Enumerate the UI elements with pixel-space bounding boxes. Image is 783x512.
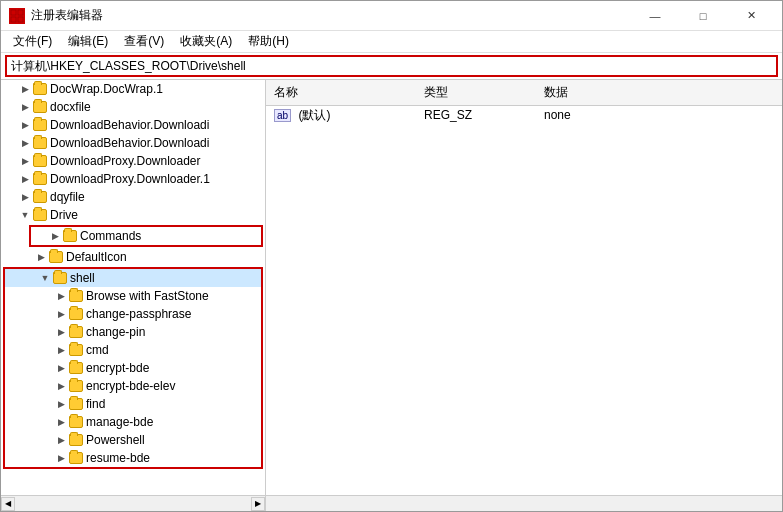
expand-icon-docxfile[interactable]: ▶ <box>17 99 33 115</box>
folder-icon-defaulticon <box>49 251 63 263</box>
tree-item-change-pin[interactable]: ▶ change-pin <box>5 323 261 341</box>
ab-icon: ab <box>274 109 291 122</box>
close-button[interactable]: ✕ <box>728 1 774 31</box>
app-icon <box>9 8 25 24</box>
expand-icon-dp2[interactable]: ▶ <box>17 171 33 187</box>
window-title: 注册表编辑器 <box>31 7 632 24</box>
tree-item-resume-bde[interactable]: ▶ resume-bde <box>5 449 261 467</box>
scroll-left-arrow[interactable]: ◀ <box>1 497 15 511</box>
expand-icon-dqy[interactable]: ▶ <box>17 189 33 205</box>
title-bar: 注册表编辑器 — □ ✕ <box>1 1 782 31</box>
folder-icon <box>33 119 47 131</box>
tree-label-resbde: resume-bde <box>86 451 150 465</box>
folder-icon <box>33 191 47 203</box>
right-scrollbar <box>266 496 782 511</box>
expand-icon-shell[interactable]: ▼ <box>37 270 53 286</box>
tree-item-docxfile[interactable]: ▶ docxfile <box>1 98 265 116</box>
folder-icon-chpass <box>69 308 83 320</box>
tree-label-defaulticon: DefaultIcon <box>66 250 127 264</box>
expand-icon-defaulticon[interactable]: ▶ <box>33 249 49 265</box>
scroll-right-arrow[interactable]: ▶ <box>251 497 265 511</box>
menu-view[interactable]: 查看(V) <box>116 31 172 52</box>
tree-item-downloadproxy1[interactable]: ▶ DownloadProxy.Downloader <box>1 152 265 170</box>
expand-icon-mgbde[interactable]: ▶ <box>53 414 69 430</box>
expand-icon-chpin[interactable]: ▶ <box>53 324 69 340</box>
col-header-data[interactable]: 数据 <box>536 82 782 103</box>
table-header: 名称 类型 数据 <box>266 80 782 106</box>
tree-item-change-passphrase[interactable]: ▶ change-passphrase <box>5 305 261 323</box>
tree-item-encrypt-bde-elev[interactable]: ▶ encrypt-bde-elev <box>5 377 261 395</box>
expand-icon-chpass[interactable]: ▶ <box>53 306 69 322</box>
address-bar-wrapper: 计算机\HKEY_CLASSES_ROOT\Drive\shell <box>1 53 782 80</box>
expand-icon-ps[interactable]: ▶ <box>53 432 69 448</box>
expand-icon-cmd[interactable]: ▶ <box>53 342 69 358</box>
folder-icon-cmd <box>69 344 83 356</box>
folder-icon <box>33 83 47 95</box>
tree-item-manage-bde[interactable]: ▶ manage-bde <box>5 413 261 431</box>
tree-label-db1: DownloadBehavior.Downloadi <box>50 118 209 132</box>
expand-icon-drive[interactable]: ▼ <box>17 207 33 223</box>
col-header-name[interactable]: 名称 <box>266 82 416 103</box>
expand-icon-db2[interactable]: ▶ <box>17 135 33 151</box>
cell-name-text: (默认) <box>298 108 330 122</box>
expand-icon-encbde[interactable]: ▶ <box>53 360 69 376</box>
tree-item-downloadbehavior1[interactable]: ▶ DownloadBehavior.Downloadi <box>1 116 265 134</box>
expand-icon-db1[interactable]: ▶ <box>17 117 33 133</box>
table-row[interactable]: ab (默认) REG_SZ none <box>266 106 782 124</box>
tree-item-downloadbehavior2[interactable]: ▶ DownloadBehavior.Downloadi <box>1 134 265 152</box>
menu-file[interactable]: 文件(F) <box>5 31 60 52</box>
menu-bar: 文件(F) 编辑(E) 查看(V) 收藏夹(A) 帮助(H) <box>1 31 782 53</box>
address-text: 计算机\HKEY_CLASSES_ROOT\Drive\shell <box>11 58 772 75</box>
svg-rect-0 <box>11 10 16 15</box>
tree-item-docwrap[interactable]: ▶ DocWrap.DocWrap.1 <box>1 80 265 98</box>
tree-item-shell[interactable]: ▼ shell <box>5 269 261 287</box>
folder-icon-find <box>69 398 83 410</box>
tree-item-drive[interactable]: ▼ Drive <box>1 206 265 224</box>
folder-icon-mgbde <box>69 416 83 428</box>
tree-panel[interactable]: ▶ DocWrap.DocWrap.1 ▶ docxfile ▶ Downloa… <box>1 80 266 495</box>
tree-label-commands: Commands <box>80 229 141 243</box>
folder-icon-shell <box>53 272 67 284</box>
minimize-button[interactable]: — <box>632 1 678 31</box>
folder-icon-encbdeelev <box>69 380 83 392</box>
expand-icon-browse[interactable]: ▶ <box>53 288 69 304</box>
tree-item-browse[interactable]: ▶ Browse with FastStone <box>5 287 261 305</box>
left-scrollbar: ◀ ▶ <box>1 496 266 511</box>
tree-item-powershell[interactable]: ▶ Powershell <box>5 431 261 449</box>
address-bar[interactable]: 计算机\HKEY_CLASSES_ROOT\Drive\shell <box>5 55 778 77</box>
menu-favorites[interactable]: 收藏夹(A) <box>172 31 240 52</box>
col-header-type[interactable]: 类型 <box>416 82 536 103</box>
folder-icon <box>33 101 47 113</box>
expand-icon-commands[interactable]: ▶ <box>47 228 63 244</box>
expand-icon-encbdeelev[interactable]: ▶ <box>53 378 69 394</box>
cell-data: none <box>536 108 782 122</box>
tree-item-cmd[interactable]: ▶ cmd <box>5 341 261 359</box>
cell-name: ab (默认) <box>266 107 416 124</box>
tree-item-defaulticon[interactable]: ▶ DefaultIcon <box>1 248 265 266</box>
tree-label-dp2: DownloadProxy.Downloader.1 <box>50 172 210 186</box>
tree-label-docxfile: docxfile <box>50 100 91 114</box>
scroll-track-left <box>15 497 251 511</box>
folder-icon <box>33 155 47 167</box>
expand-icon-dp1[interactable]: ▶ <box>17 153 33 169</box>
tree-item-downloadproxy2[interactable]: ▶ DownloadProxy.Downloader.1 <box>1 170 265 188</box>
tree-item-commands[interactable]: ▶ Commands <box>31 227 261 245</box>
tree-item-encrypt-bde[interactable]: ▶ encrypt-bde <box>5 359 261 377</box>
expand-icon-docwrap[interactable]: ▶ <box>17 81 33 97</box>
expand-icon-find[interactable]: ▶ <box>53 396 69 412</box>
tree-label-dqy: dqyfile <box>50 190 85 204</box>
tree-label-browse: Browse with FastStone <box>86 289 209 303</box>
right-panel: 名称 类型 数据 ab (默认) REG_SZ none <box>266 80 782 495</box>
content-area: ▶ DocWrap.DocWrap.1 ▶ docxfile ▶ Downloa… <box>1 80 782 495</box>
tree-label-dp1: DownloadProxy.Downloader <box>50 154 201 168</box>
menu-edit[interactable]: 编辑(E) <box>60 31 116 52</box>
expand-icon-resbde[interactable]: ▶ <box>53 450 69 466</box>
tree-label-db2: DownloadBehavior.Downloadi <box>50 136 209 150</box>
menu-help[interactable]: 帮助(H) <box>240 31 297 52</box>
tree-item-find[interactable]: ▶ find <box>5 395 261 413</box>
tree-label-cmd: cmd <box>86 343 109 357</box>
tree-label-ps: Powershell <box>86 433 145 447</box>
svg-rect-1 <box>18 10 23 15</box>
maximize-button[interactable]: □ <box>680 1 726 31</box>
tree-item-dqyfile[interactable]: ▶ dqyfile <box>1 188 265 206</box>
